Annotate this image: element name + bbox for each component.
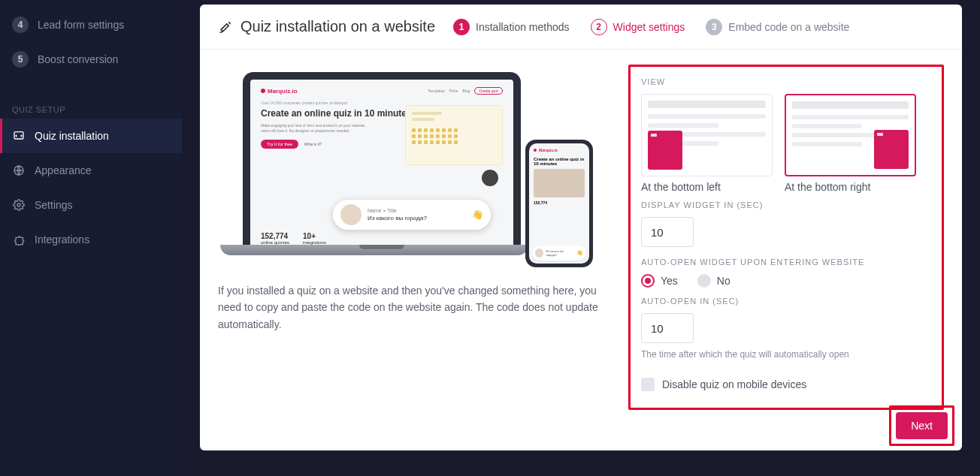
radio-yes[interactable]: Yes [641, 274, 678, 288]
svg-point-2 [17, 203, 20, 206]
radio-no[interactable]: No [697, 274, 730, 288]
step-number: 3 [706, 19, 722, 35]
step-number: 5 [12, 51, 29, 68]
sidebar-item-label: Appearance [35, 164, 92, 176]
cta-button: Try it for free [261, 140, 298, 149]
autoopen-label: AUTO-OPEN WIDGET UPON ENTERING WEBSITE [641, 258, 931, 267]
tools-icon [218, 20, 233, 35]
sidebar-item-label: Settings [35, 199, 73, 211]
view-caption: At the bottom left [641, 181, 773, 193]
step-label: Boost conversion [38, 53, 118, 65]
step-embed-code[interactable]: 3 Embed code on a website [706, 19, 849, 35]
checkbox-label: Disable quiz on mobile devices [662, 378, 806, 390]
install-note: If you installed a quiz on a website and… [218, 282, 613, 333]
sidebar-step-boost[interactable]: 5 Boost conversion [0, 42, 182, 77]
sidebar-item-installation[interactable]: Quiz installation [0, 119, 182, 153]
preview-column: Marquiz.io TemplatesPriceBlogCreate quiz… [218, 65, 628, 447]
step-number: 4 [12, 17, 29, 33]
card-body: Marquiz.io TemplatesPriceBlogCreate quiz… [200, 50, 962, 447]
gear-icon [12, 198, 26, 212]
checkbox-icon [641, 378, 655, 391]
chat-avatar [340, 204, 361, 225]
autoopen-delay-input[interactable] [641, 313, 694, 343]
view-option-right[interactable]: At the bottom right [785, 94, 916, 193]
sidebar-item-appearance[interactable]: Appearance [0, 153, 182, 188]
radio-label: Yes [661, 275, 678, 287]
device-preview: Marquiz.io TemplatesPriceBlogCreate quiz… [243, 72, 588, 267]
step-installation-methods[interactable]: 1 Installation methods [453, 19, 570, 35]
chat-widget: Name • Title Из какого вы города? 👋 [333, 200, 491, 230]
puzzle-icon [12, 233, 26, 246]
sidebar-item-label: Quiz installation [35, 130, 109, 142]
autoopen-help: The time after which the quiz will autom… [641, 349, 931, 360]
hero-sub: Make engaging quiz test or form and embe… [261, 123, 366, 134]
quiz-art [405, 105, 503, 165]
sidebar-item-label: Integrations [35, 233, 89, 246]
code-icon [12, 129, 26, 143]
sidebar-section-label: QUIZ SETUP [0, 92, 182, 119]
widget-preview-icon [648, 131, 682, 170]
radio-icon [697, 274, 711, 288]
step-label: Lead form settings [38, 19, 124, 31]
step-number: 1 [453, 19, 470, 35]
sidebar-step-lead-form[interactable]: 4 Lead form settings [0, 8, 182, 42]
view-caption: At the bottom right [785, 181, 916, 193]
disable-mobile-row[interactable]: Disable quiz on mobile devices [641, 378, 931, 391]
settings-panel: VIEW At the bottom left [628, 65, 944, 410]
widget-preview-icon [874, 130, 909, 169]
page-title: Quiz installation on a website [218, 18, 435, 35]
next-highlight: Next [889, 405, 954, 446]
nav-links: TemplatesPriceBlogCreate quiz [428, 87, 503, 95]
display-delay-label: DISPLAY WIDGET IN (SEC) [641, 200, 931, 209]
step-label: Installation methods [476, 21, 570, 33]
globe-icon [12, 164, 26, 177]
next-button[interactable]: Next [896, 412, 948, 439]
step-label: Widget settings [613, 21, 685, 33]
sidebar: 4 Lead form settings 5 Boost conversion … [0, 0, 182, 476]
autoopen-delay-label: AUTO-OPEN IN (SEC) [641, 297, 931, 306]
main-area: Quiz installation on a website 1 Install… [182, 0, 980, 476]
wizard-steps: 1 Installation methods 2 Widget settings… [453, 19, 849, 35]
laptop-notch [359, 245, 404, 249]
brand-logo: Marquiz.io [261, 88, 298, 95]
step-number: 2 [591, 19, 607, 35]
step-label: Embed code on a website [728, 21, 849, 33]
card: Quiz installation on a website 1 Install… [200, 5, 962, 450]
phone-mockup: Marquiz.io Create an online quiz in 10 m… [525, 140, 593, 267]
cta-secondary: What is it? [304, 142, 322, 146]
radio-icon [641, 274, 655, 288]
step-widget-settings[interactable]: 2 Widget settings [591, 19, 685, 35]
page-title-text: Quiz installation on a website [240, 18, 435, 35]
card-header: Quiz installation on a website 1 Install… [200, 5, 962, 50]
radio-label: No [717, 275, 730, 287]
sidebar-item-integrations[interactable]: Integrations [0, 222, 182, 257]
view-label: VIEW [641, 77, 931, 86]
wave-icon: 👋 [472, 209, 483, 220]
avatar-badge [482, 170, 498, 186]
sidebar-item-settings[interactable]: Settings [0, 188, 182, 222]
view-option-left[interactable]: At the bottom left [641, 94, 773, 193]
display-delay-input[interactable] [641, 217, 694, 247]
